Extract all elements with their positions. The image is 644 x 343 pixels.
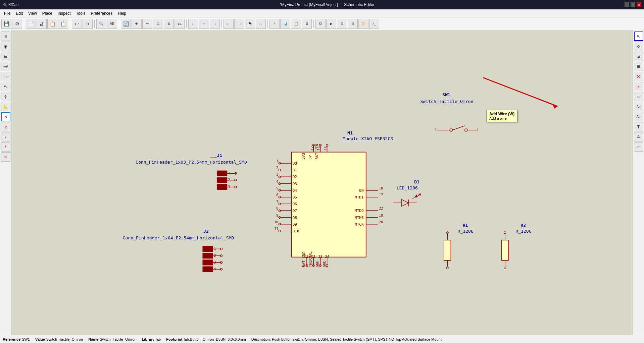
- table-button[interactable]: ⊞: [337, 19, 347, 29]
- svg-text:7: 7: [276, 200, 278, 204]
- rt-tool-6[interactable]: ×: [634, 82, 643, 91]
- mils-tool[interactable]: mil: [1, 62, 10, 71]
- zoom-in-button[interactable]: +: [132, 19, 142, 29]
- cross-tool[interactable]: ✕: [1, 152, 10, 162]
- back-button[interactable]: ←: [188, 19, 198, 29]
- menu-place[interactable]: Place: [40, 10, 55, 16]
- grid-tool[interactable]: ⊞: [1, 32, 10, 41]
- netcheck-button[interactable]: ✓: [269, 19, 280, 29]
- m1-ref: M1: [347, 130, 353, 135]
- rt-tool-5[interactable]: ✕: [634, 72, 643, 81]
- zoom-fit-button[interactable]: ⊡: [153, 19, 163, 29]
- rt-tool-10[interactable]: T: [634, 122, 643, 131]
- svg-text:D0: D0: [293, 161, 297, 166]
- highlight-tool[interactable]: ◉: [1, 42, 10, 51]
- minimize-button[interactable]: −: [625, 2, 629, 7]
- marker-tool[interactable]: ⊻: [1, 132, 10, 141]
- measure-tool[interactable]: 📐: [1, 102, 10, 111]
- rt-tool-2[interactable]: ⊹: [634, 42, 643, 51]
- zoom-sel-button[interactable]: ⊠: [164, 19, 174, 29]
- svg-text:9: 9: [276, 214, 278, 217]
- bom-button[interactable]: 📊: [280, 19, 290, 29]
- fp-value: fab:Button_Omron_B3SN_6.0x6.0mm: [184, 337, 246, 341]
- ref-label: Reference: [3, 337, 20, 341]
- svg-rect-97: [217, 177, 227, 183]
- svg-text:20: 20: [379, 220, 383, 224]
- rt-tool-4[interactable]: ⊞: [634, 62, 643, 71]
- menu-help[interactable]: Help: [115, 10, 129, 16]
- j1-ref: J1: [217, 153, 222, 158]
- annotate1-button[interactable]: ←: [224, 19, 234, 29]
- zoom-100-button[interactable]: 1:1: [175, 19, 185, 29]
- print-button[interactable]: 🖨: [37, 19, 47, 29]
- field-button[interactable]: ⊟: [348, 19, 358, 29]
- statusbar: Reference SW1 Value Switch_Tactile_Omron…: [0, 335, 644, 343]
- flag-button[interactable]: ⚑: [245, 19, 255, 29]
- netlist-button[interactable]: 📋: [291, 19, 301, 29]
- svg-text:BAT_VIN: BAT_VIN: [315, 144, 319, 160]
- svg-text:3: 3: [276, 173, 278, 176]
- inches-tool[interactable]: in: [1, 52, 10, 61]
- rt-tool-12[interactable]: ○: [634, 142, 643, 152]
- menu-file[interactable]: File: [1, 10, 13, 16]
- calc-button[interactable]: Ω: [315, 19, 326, 29]
- svg-text:17: 17: [379, 193, 383, 197]
- val-value: Switch_Tactile_Omron: [46, 337, 83, 341]
- schematic-svg[interactable]: SW1 Switch_Tactile_Omron M1 Module_XIAO-…: [11, 30, 633, 335]
- sw1-value: Switch_Tactile_Omron: [420, 99, 473, 104]
- canvas-area[interactable]: SW1 Switch_Tactile_Omron M1 Module_XIAO-…: [11, 30, 633, 335]
- mirror-button[interactable]: ↔: [256, 19, 266, 29]
- find-button[interactable]: 🔍: [96, 19, 106, 29]
- svg-text:D4: D4: [293, 188, 297, 193]
- svg-text:24: 24: [325, 255, 329, 259]
- annotate2-button[interactable]: →: [234, 19, 244, 29]
- rt-tool-3[interactable]: ⊿: [634, 52, 643, 61]
- refresh-button[interactable]: 🔄: [121, 19, 131, 29]
- svg-text:5: 5: [276, 186, 278, 190]
- copy-button[interactable]: 📋: [58, 19, 68, 29]
- svg-text:MTCK: MTCK: [355, 222, 364, 227]
- j2-ref: J2: [203, 229, 209, 234]
- net-marker-tool[interactable]: ⊵: [1, 122, 10, 131]
- settings-button[interactable]: ⚙: [12, 19, 22, 29]
- svg-text:EN: EN: [359, 188, 363, 193]
- forward-button[interactable]: →: [210, 19, 220, 29]
- new-button[interactable]: 📄: [26, 19, 36, 29]
- menu-view[interactable]: View: [26, 10, 40, 16]
- rt-tool-9[interactable]: Aa: [634, 112, 643, 121]
- undo-button[interactable]: ↩: [72, 19, 82, 29]
- drc-tool[interactable]: ⊼: [1, 142, 10, 152]
- redo-button[interactable]: ↪: [83, 19, 93, 29]
- titlebar: 🔌 KiCad *MyFinalProject [MyFinalProject]…: [0, 0, 644, 9]
- script-button[interactable]: 📜: [358, 19, 368, 29]
- select-tool[interactable]: ⊹: [1, 92, 10, 101]
- menu-preferences[interactable]: Preferences: [88, 10, 115, 16]
- pcb-button[interactable]: 🖥: [302, 19, 312, 29]
- print2-button[interactable]: 📋: [47, 19, 57, 29]
- menu-tools[interactable]: Tools: [73, 10, 88, 16]
- svg-text:D10: D10: [293, 229, 299, 233]
- close-button[interactable]: ✕: [637, 2, 641, 7]
- svg-text:2: 2: [276, 166, 278, 170]
- menu-inspect[interactable]: Inspect: [55, 10, 73, 16]
- menu-edit[interactable]: Edit: [13, 10, 26, 16]
- rt-select-arrow[interactable]: ↖: [634, 32, 643, 41]
- ab-button[interactable]: AB: [107, 19, 117, 29]
- rt-tool-11[interactable]: A: [634, 132, 643, 141]
- zoom-out-button[interactable]: −: [142, 19, 152, 29]
- rt-tool-7[interactable]: ○: [634, 92, 643, 101]
- mm-tool[interactable]: mm: [1, 72, 10, 81]
- svg-text:18: 18: [379, 186, 383, 190]
- up-button[interactable]: ↑: [199, 19, 209, 29]
- terminal-button[interactable]: >_: [369, 19, 379, 29]
- maximize-button[interactable]: □: [631, 2, 635, 7]
- lib-value: fab: [156, 337, 161, 341]
- window-title: *MyFinalProject [MyFinalProject] — Schem…: [30, 2, 625, 7]
- sim-button[interactable]: ▶: [326, 19, 336, 29]
- svg-rect-112: [203, 267, 213, 272]
- svg-rect-109: [203, 246, 213, 251]
- save-button[interactable]: 💾: [1, 19, 11, 29]
- rt-tool-8[interactable]: Aa: [634, 102, 643, 111]
- cursor-tool[interactable]: ↖: [1, 82, 10, 91]
- local-marker-tool[interactable]: ⊴: [1, 112, 10, 121]
